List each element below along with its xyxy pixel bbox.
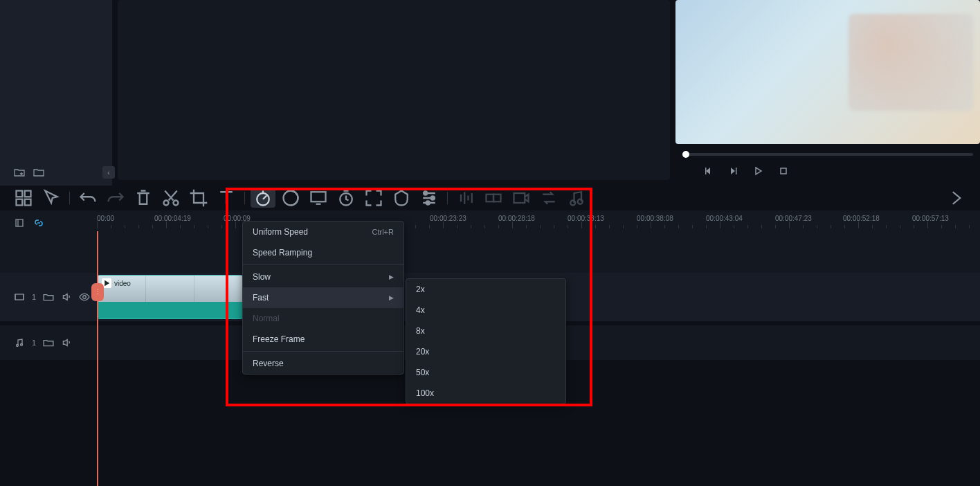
stop-button[interactable]	[778, 165, 789, 177]
spacer-track	[0, 231, 980, 273]
fit-screen-icon[interactable]	[361, 188, 386, 208]
fast-option-50x[interactable]: 50x	[406, 362, 565, 383]
svg-rect-6	[25, 199, 31, 206]
folder-small-icon[interactable]	[43, 337, 54, 348]
new-folder-icon[interactable]	[14, 167, 25, 178]
svg-point-20	[578, 199, 583, 204]
svg-point-15	[426, 201, 430, 204]
menu-separator	[243, 264, 403, 265]
record-icon[interactable]	[509, 188, 534, 208]
svg-point-25	[21, 344, 23, 346]
svg-rect-16	[487, 195, 494, 202]
audio-track-icon	[14, 337, 25, 348]
menu-reverse[interactable]: Reverse	[243, 353, 403, 374]
svg-rect-22	[15, 294, 24, 300]
clip-name: video	[114, 280, 131, 287]
fast-option-100x[interactable]: 100x	[406, 383, 565, 404]
swap-icon[interactable]	[536, 188, 561, 208]
prev-frame-button[interactable]	[703, 165, 714, 177]
fast-option-20x[interactable]: 20x	[406, 341, 565, 362]
step-play-button[interactable]	[728, 165, 739, 177]
menu-separator	[243, 351, 403, 352]
playhead[interactable]: ⋮	[97, 231, 98, 486]
svg-rect-3	[17, 191, 23, 197]
svg-rect-1	[736, 168, 737, 174]
timer-icon[interactable]	[334, 188, 359, 208]
svg-rect-4	[25, 191, 31, 197]
menu-speed-ramping[interactable]: Speed Ramping	[243, 242, 403, 263]
video-track-index: 1	[32, 293, 36, 301]
folder-small-icon[interactable]	[43, 291, 54, 303]
playhead-handle[interactable]: ⋮	[91, 283, 104, 301]
separator	[69, 192, 70, 204]
mask-icon[interactable]	[389, 188, 414, 208]
crop-icon[interactable]	[186, 188, 211, 208]
fast-option-2x[interactable]: 2x	[406, 279, 565, 300]
pointer-tool-icon[interactable]	[39, 188, 64, 208]
redo-icon[interactable]	[103, 188, 128, 208]
mute-icon[interactable]	[61, 291, 72, 303]
svg-point-24	[17, 345, 19, 347]
separator	[447, 192, 448, 204]
text-icon[interactable]	[214, 188, 239, 208]
timeline-toolbar	[0, 186, 980, 210]
menu-uniform-speed[interactable]: Uniform Speed Ctrl+R	[243, 222, 403, 242]
svg-rect-11	[311, 192, 326, 201]
video-clip[interactable]: video	[97, 275, 244, 319]
svg-point-14	[431, 196, 435, 199]
speed-icon[interactable]	[251, 188, 275, 208]
cut-icon[interactable]	[158, 188, 183, 208]
media-preview-panel	[118, 0, 670, 180]
svg-point-23	[83, 296, 87, 299]
fast-option-8x[interactable]: 8x	[406, 321, 565, 341]
visibility-icon[interactable]	[79, 291, 90, 303]
svg-rect-17	[493, 195, 501, 202]
color-icon[interactable]	[278, 188, 303, 208]
svg-point-13	[424, 191, 427, 195]
svg-point-19	[570, 201, 575, 206]
time-ruler[interactable]: 00:0000:00:04:1900:00:0900:00:23:2300:00…	[0, 210, 980, 231]
svg-rect-5	[17, 199, 23, 206]
audio-mix-icon[interactable]	[453, 188, 478, 208]
video-track-icon	[14, 291, 25, 303]
play-button[interactable]	[753, 165, 764, 177]
collapse-panel-button[interactable]: ‹	[102, 166, 115, 179]
group-icon[interactable]	[481, 188, 506, 208]
video-preview[interactable]	[675, 0, 980, 144]
menu-fast[interactable]: Fast ▶	[243, 287, 403, 308]
seek-bar[interactable]	[682, 153, 973, 156]
seek-handle[interactable]	[682, 151, 689, 158]
layout-grid-icon[interactable]	[11, 188, 36, 208]
chevron-right-icon: ▶	[389, 294, 394, 301]
svg-point-7	[164, 201, 169, 206]
delete-icon[interactable]	[131, 188, 156, 208]
audio-track-index: 1	[32, 339, 36, 347]
svg-rect-2	[781, 168, 786, 174]
screen-icon[interactable]	[306, 188, 331, 208]
svg-rect-0	[705, 168, 707, 174]
undo-icon[interactable]	[75, 188, 100, 208]
fast-submenu: 2x4x8x20x50x100x	[406, 278, 566, 404]
more-options-icon[interactable]	[944, 188, 969, 208]
fast-option-4x[interactable]: 4x	[406, 300, 565, 321]
media-library-panel: ‹	[0, 0, 112, 186]
menu-freeze-frame[interactable]: Freeze Frame	[243, 329, 403, 350]
speed-context-menu: Uniform Speed Ctrl+R Speed Ramping Slow …	[242, 221, 404, 375]
svg-point-8	[174, 201, 179, 206]
svg-rect-18	[514, 193, 525, 203]
adjust-icon[interactable]	[417, 188, 442, 208]
folder-icon[interactable]	[33, 167, 44, 178]
music-icon[interactable]	[564, 188, 589, 208]
separator	[244, 192, 245, 204]
menu-normal: Normal	[243, 308, 403, 329]
chevron-right-icon: ▶	[389, 273, 394, 280]
menu-slow[interactable]: Slow ▶	[243, 267, 403, 287]
mute-icon[interactable]	[61, 337, 72, 348]
